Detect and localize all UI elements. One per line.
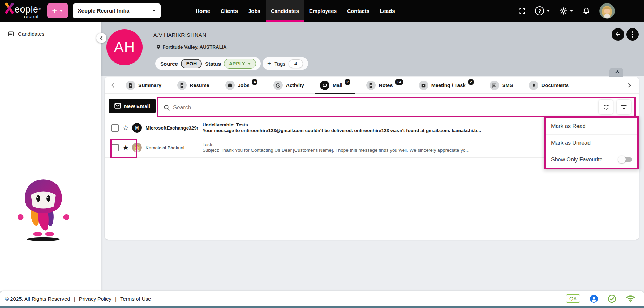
tab-documents[interactable]: Documents: [521, 77, 577, 94]
mail-toolbar: New Email: [105, 94, 639, 118]
tab-meeting-task[interactable]: Meeting / Task 2: [411, 77, 482, 94]
mail-search[interactable]: [163, 100, 586, 115]
menu-item-show-only-favourite[interactable]: Show Only Favourite: [546, 151, 637, 168]
notifications-bell-icon[interactable]: [583, 7, 590, 15]
search-input[interactable]: [173, 104, 586, 111]
fullscreen-icon[interactable]: [518, 7, 526, 15]
tab-activity[interactable]: Activity: [265, 77, 312, 94]
email-sender: Kamakshi Bhakuni: [146, 145, 198, 150]
search-highlight-annotation: [157, 97, 636, 117]
tab-summary[interactable]: Summary: [118, 77, 169, 94]
help-icon: ?: [535, 6, 544, 15]
tab-mail[interactable]: Mail 2: [312, 77, 358, 94]
tab-sms[interactable]: SMS: [482, 77, 521, 94]
footer-separator: |: [74, 296, 75, 302]
header-collapse-button[interactable]: [609, 68, 623, 77]
toggle-knob: [618, 156, 626, 163]
candidates-list-icon: [8, 31, 14, 37]
footer-bar: © 2025. All Rights Reserved | Privacy Po…: [0, 291, 644, 306]
email-checkbox[interactable]: [111, 144, 119, 151]
calendar-star-icon: [419, 81, 428, 90]
menu-item-mark-as-unread[interactable]: Mark as Unread: [546, 134, 637, 151]
gear-icon: [559, 7, 567, 15]
favourite-toggle[interactable]: [619, 157, 632, 162]
divider: [585, 294, 585, 303]
chevron-down-icon: [152, 10, 156, 12]
user-avatar[interactable]: [599, 3, 615, 19]
nav-item-home[interactable]: Home: [190, 0, 215, 22]
tab-notes[interactable]: Notes 14: [358, 77, 411, 94]
chevron-down-icon: [570, 10, 573, 12]
profile-status-icon[interactable]: [590, 294, 598, 303]
plus-icon: +: [52, 7, 57, 15]
divider: [621, 294, 621, 303]
settings-menu[interactable]: [559, 7, 573, 15]
status-dropdown[interactable]: APPLY: [224, 59, 256, 69]
sidebar-collapse-button[interactable]: [96, 33, 106, 43]
logo-subtitle: recruit: [4, 14, 41, 19]
refresh-icon: [602, 103, 610, 111]
navbar-actions: ?: [518, 3, 615, 19]
refresh-button[interactable]: [599, 100, 613, 114]
chevron-down-icon: [248, 63, 251, 65]
tags-group[interactable]: + Tags 4: [263, 57, 308, 70]
tabs-scroll-left-button[interactable]: [108, 84, 118, 87]
mail-count-badge: 2: [345, 79, 350, 85]
chevron-up-icon: [615, 70, 619, 75]
tags-count-badge[interactable]: 4: [289, 59, 303, 68]
tags-label: Tags: [274, 61, 285, 67]
email-sender: MicrosoftExchange329e…: [146, 125, 198, 131]
notes-doc-icon: [366, 81, 376, 90]
nav-item-jobs[interactable]: Jobs: [243, 0, 266, 22]
logo-wordmark: eople: [15, 5, 38, 14]
help-menu[interactable]: ?: [535, 6, 550, 15]
back-button[interactable]: [612, 28, 624, 41]
sender-avatar: [132, 143, 142, 152]
paperclip-icon: [529, 81, 538, 90]
top-navbar: eople ® recruit + Xeople Recruit India H…: [0, 0, 644, 22]
org-selector-value: Xeople Recruit India: [78, 8, 129, 14]
nav-item-contacts[interactable]: Contacts: [342, 0, 375, 22]
divider: [603, 294, 603, 303]
mascot-illustration: [18, 177, 69, 242]
sidebar-item-candidates[interactable]: Candidates: [0, 22, 101, 37]
search-icon: [163, 104, 170, 111]
sync-ok-icon[interactable]: [608, 294, 616, 303]
chevron-left-icon: [100, 36, 104, 40]
qa-environment-badge: QA: [566, 294, 580, 303]
tabs-scroll-right-button[interactable]: [623, 84, 636, 87]
quick-add-button[interactable]: +: [47, 3, 68, 18]
filter-button[interactable]: [617, 100, 631, 114]
tab-resume[interactable]: Resume: [169, 77, 217, 94]
meeting-task-count-badge: 2: [468, 79, 474, 85]
menu-item-mark-as-read[interactable]: Mark as Read: [546, 118, 637, 134]
new-email-button[interactable]: New Email: [109, 99, 156, 113]
summary-doc-icon: [126, 81, 135, 90]
app-logo[interactable]: eople ® recruit: [4, 2, 41, 19]
candidate-avatar: AH: [106, 29, 143, 65]
sender-avatar: M: [132, 123, 142, 133]
briefcase-icon: [225, 81, 235, 90]
more-options-button[interactable]: [626, 28, 639, 41]
tab-jobs[interactable]: Jobs 4: [217, 77, 266, 94]
star-filled-icon[interactable]: ★: [122, 144, 129, 151]
nav-item-candidates[interactable]: Candidates: [266, 0, 304, 22]
wifi-status-icon[interactable]: [626, 294, 635, 303]
left-sidebar: Candidates: [0, 22, 101, 291]
source-value-badge: EOH: [181, 59, 202, 68]
privacy-policy-link[interactable]: Privacy Policy: [79, 296, 111, 302]
add-tag-icon[interactable]: +: [267, 60, 271, 67]
nav-item-leads[interactable]: Leads: [375, 0, 400, 22]
registered-mark: ®: [39, 8, 41, 11]
terms-of-use-link[interactable]: Terms of Use: [120, 296, 151, 302]
email-checkbox[interactable]: [111, 124, 119, 132]
nav-item-employees[interactable]: Employees: [304, 0, 342, 22]
main-nav: Home Clients Jobs Candidates Employees C…: [190, 0, 400, 22]
org-selector-dropdown[interactable]: Xeople Recruit India: [73, 3, 161, 18]
star-outline-icon[interactable]: ☆: [122, 124, 129, 132]
nav-item-clients[interactable]: Clients: [215, 0, 243, 22]
bottom-edge-strip: [0, 306, 644, 308]
copyright-text: © 2025. All Rights Reserved: [5, 296, 70, 302]
history-clock-icon: [273, 81, 283, 90]
jobs-count-badge: 4: [252, 79, 257, 85]
